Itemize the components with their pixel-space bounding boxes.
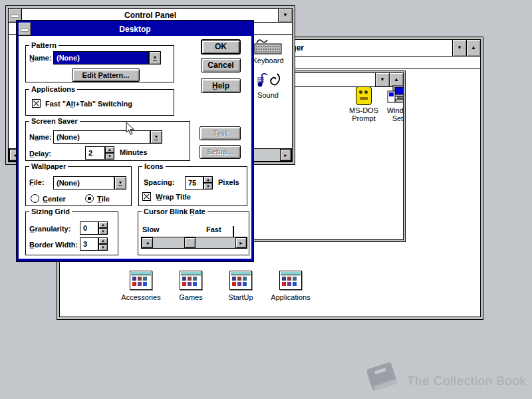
fast-switching-checkbox[interactable] (32, 99, 41, 108)
delay-spinner[interactable]: ▲▼ (105, 146, 114, 160)
center-radio[interactable] (31, 194, 39, 203)
book-icon (367, 384, 402, 396)
mouse-cursor (126, 122, 135, 138)
scroll-right-icon[interactable]: ► (235, 237, 247, 248)
watermark-text: The Collection Book (407, 374, 527, 388)
applications-group-label: Applications (261, 293, 321, 301)
startup-group-icon[interactable] (229, 271, 252, 290)
dialog-body: Pattern N̲ame: (None) ▼ Edit P̲attern...… (19, 36, 251, 259)
spacing-spinner[interactable]: ▲▼ (203, 176, 213, 190)
sound-icon[interactable] (256, 70, 281, 90)
border-width-input[interactable]: 3 (80, 237, 98, 251)
granularity-spinner[interactable]: ▲▼ (98, 221, 108, 235)
spin-up-icon: ▲ (203, 176, 213, 183)
windows-setup-icon[interactable] (386, 85, 404, 105)
border-width-spinner[interactable]: ▲▼ (98, 237, 108, 251)
tile-radio[interactable] (85, 194, 94, 203)
delay-unit-label: Minutes (120, 148, 148, 156)
combo-dropdown-icon[interactable]: ▼ (114, 176, 126, 190)
wallpaper-file-combobox[interactable]: (None) (53, 176, 114, 190)
spin-down-icon: ▼ (105, 153, 114, 160)
minimize-icon[interactable]: ▼ (278, 9, 292, 22)
delay-input[interactable]: 2 (85, 146, 105, 160)
spacing-label: S̲pacing: (144, 178, 174, 186)
icons-legend: Icons (142, 162, 166, 170)
wallpaper-file-label: F̲ile: (29, 178, 45, 186)
watermark: The Collection Book (367, 360, 402, 396)
games-group-icon[interactable] (180, 271, 202, 290)
dialog-title: Desktop (19, 23, 251, 36)
screen-saver-name-label: Na̲me: (29, 133, 52, 141)
pattern-name-label: N̲ame: (29, 54, 52, 62)
combo-dropdown-icon[interactable]: ▼ (149, 51, 161, 65)
keyboard-icon[interactable] (254, 38, 282, 55)
border-width-label: B̲order Width: (29, 241, 78, 249)
maximize-icon[interactable]: ▲ (466, 40, 480, 56)
desktop-dialog: Desktop Pattern N̲ame: (None) ▼ Edit P̲a… (16, 20, 254, 262)
spin-up-icon: ▲ (98, 221, 108, 228)
tile-radio-label[interactable]: T̲ile (97, 195, 110, 203)
help-button[interactable]: H̲elp (201, 78, 241, 93)
setup-button[interactable]: Setu̲p... (200, 145, 241, 159)
ok-button[interactable]: OK (201, 39, 241, 55)
screen-saver-name-combobox[interactable]: (None) (53, 130, 150, 144)
sizing-grid-legend: Sizing Grid (29, 207, 72, 215)
minimize-icon[interactable]: ▼ (452, 40, 466, 56)
wrap-title-label[interactable]: W̲rap Title (156, 193, 191, 201)
cancel-button[interactable]: Cancel (201, 58, 241, 72)
spin-up-icon: ▲ (98, 237, 108, 244)
slider-thumb[interactable] (184, 237, 196, 248)
spin-down-icon: ▼ (203, 183, 213, 190)
slow-label: Slow (142, 225, 160, 233)
applications-group-icon[interactable] (279, 271, 302, 290)
wrap-title-checkbox[interactable] (142, 192, 151, 201)
spacing-unit-label: Pixels (218, 178, 239, 186)
blink-rate-slider[interactable]: ◄ ► (141, 237, 247, 249)
granularity-label: G̲ranularity: (29, 225, 70, 233)
blinking-cursor-demo (233, 226, 234, 237)
screen-saver-legend: Screen Saver (29, 117, 80, 125)
pattern-legend: Pattern (29, 41, 59, 49)
edit-pattern-button[interactable]: Edit P̲attern... (72, 68, 140, 82)
accessories-group-icon[interactable] (130, 271, 152, 290)
spacing-input[interactable]: 75 (185, 176, 203, 190)
granularity-input[interactable]: 0 (80, 221, 98, 235)
center-radio-label[interactable]: C̲enter (43, 195, 66, 203)
spin-down-icon: ▼ (98, 228, 108, 235)
system-menu-icon[interactable] (19, 23, 31, 36)
test-button[interactable]: Te̲st (200, 126, 241, 140)
fast-label: Fast (206, 225, 221, 233)
scroll-right-icon[interactable]: ► (280, 149, 291, 161)
windows-setup-label: WindowsSetup (375, 106, 404, 122)
spin-down-icon: ▼ (98, 244, 108, 251)
fast-switching-label[interactable]: Fast "Al̲t+Tab" Switching (45, 100, 132, 108)
applications-legend: Applications (29, 85, 77, 93)
wallpaper-legend: Wallpaper (29, 162, 68, 170)
minimize-icon[interactable]: ▼ (375, 73, 389, 86)
control-panel-title: Control Panel (124, 11, 176, 20)
cursor-blink-legend: Cursor Blink R̲ate (142, 207, 207, 215)
delay-label: D̲elay: (29, 150, 51, 158)
pattern-name-combobox[interactable]: (None) (53, 51, 149, 65)
spin-up-icon: ▲ (105, 146, 114, 153)
scroll-left-icon[interactable]: ◄ (142, 237, 153, 248)
maximize-icon[interactable]: ▲ (389, 73, 403, 86)
combo-dropdown-icon[interactable]: ▼ (150, 130, 162, 144)
desktop-background: Program Manager ▼ ▲ ▼ ▲ (0, 0, 532, 399)
dialog-titlebar[interactable]: Desktop (19, 23, 251, 36)
msdos-prompt-icon[interactable] (353, 86, 374, 105)
